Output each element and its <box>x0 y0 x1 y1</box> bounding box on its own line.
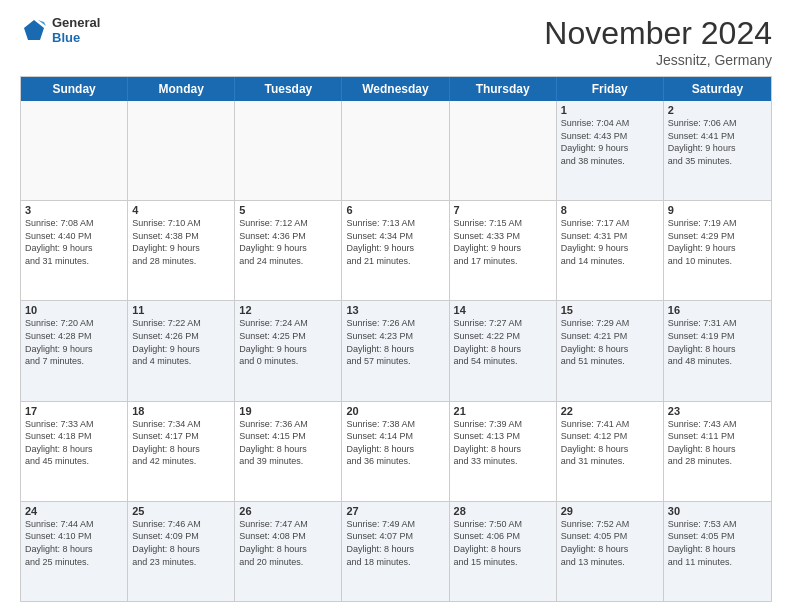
calendar-cell: 1Sunrise: 7:04 AM Sunset: 4:43 PM Daylig… <box>557 101 664 200</box>
calendar-cell: 21Sunrise: 7:39 AM Sunset: 4:13 PM Dayli… <box>450 402 557 501</box>
day-number: 3 <box>25 204 123 216</box>
calendar-cell: 27Sunrise: 7:49 AM Sunset: 4:07 PM Dayli… <box>342 502 449 601</box>
calendar-row-4: 24Sunrise: 7:44 AM Sunset: 4:10 PM Dayli… <box>21 502 771 601</box>
day-number: 8 <box>561 204 659 216</box>
logo-text: General Blue <box>52 15 100 45</box>
calendar-cell: 9Sunrise: 7:19 AM Sunset: 4:29 PM Daylig… <box>664 201 771 300</box>
calendar-cell <box>21 101 128 200</box>
day-info: Sunrise: 7:43 AM Sunset: 4:11 PM Dayligh… <box>668 418 767 468</box>
day-number: 25 <box>132 505 230 517</box>
calendar-cell <box>342 101 449 200</box>
calendar-cell: 5Sunrise: 7:12 AM Sunset: 4:36 PM Daylig… <box>235 201 342 300</box>
calendar-cell: 2Sunrise: 7:06 AM Sunset: 4:41 PM Daylig… <box>664 101 771 200</box>
calendar-cell: 22Sunrise: 7:41 AM Sunset: 4:12 PM Dayli… <box>557 402 664 501</box>
day-number: 18 <box>132 405 230 417</box>
weekday-header-wednesday: Wednesday <box>342 77 449 101</box>
day-number: 22 <box>561 405 659 417</box>
calendar-cell: 6Sunrise: 7:13 AM Sunset: 4:34 PM Daylig… <box>342 201 449 300</box>
day-info: Sunrise: 7:34 AM Sunset: 4:17 PM Dayligh… <box>132 418 230 468</box>
day-info: Sunrise: 7:10 AM Sunset: 4:38 PM Dayligh… <box>132 217 230 267</box>
calendar-cell: 8Sunrise: 7:17 AM Sunset: 4:31 PM Daylig… <box>557 201 664 300</box>
day-info: Sunrise: 7:24 AM Sunset: 4:25 PM Dayligh… <box>239 317 337 367</box>
calendar-cell: 30Sunrise: 7:53 AM Sunset: 4:05 PM Dayli… <box>664 502 771 601</box>
day-number: 2 <box>668 104 767 116</box>
month-title: November 2024 <box>544 15 772 52</box>
calendar-cell: 12Sunrise: 7:24 AM Sunset: 4:25 PM Dayli… <box>235 301 342 400</box>
calendar-cell: 25Sunrise: 7:46 AM Sunset: 4:09 PM Dayli… <box>128 502 235 601</box>
day-info: Sunrise: 7:50 AM Sunset: 4:06 PM Dayligh… <box>454 518 552 568</box>
day-number: 29 <box>561 505 659 517</box>
day-info: Sunrise: 7:39 AM Sunset: 4:13 PM Dayligh… <box>454 418 552 468</box>
day-info: Sunrise: 7:27 AM Sunset: 4:22 PM Dayligh… <box>454 317 552 367</box>
day-number: 4 <box>132 204 230 216</box>
calendar-cell <box>235 101 342 200</box>
day-info: Sunrise: 7:44 AM Sunset: 4:10 PM Dayligh… <box>25 518 123 568</box>
day-number: 13 <box>346 304 444 316</box>
day-number: 7 <box>454 204 552 216</box>
day-number: 17 <box>25 405 123 417</box>
day-info: Sunrise: 7:17 AM Sunset: 4:31 PM Dayligh… <box>561 217 659 267</box>
calendar: SundayMondayTuesdayWednesdayThursdayFrid… <box>20 76 772 602</box>
calendar-cell: 17Sunrise: 7:33 AM Sunset: 4:18 PM Dayli… <box>21 402 128 501</box>
header: General Blue November 2024 Jessnitz, Ger… <box>20 15 772 68</box>
day-number: 19 <box>239 405 337 417</box>
calendar-cell: 16Sunrise: 7:31 AM Sunset: 4:19 PM Dayli… <box>664 301 771 400</box>
calendar-body: 1Sunrise: 7:04 AM Sunset: 4:43 PM Daylig… <box>21 101 771 601</box>
calendar-cell: 11Sunrise: 7:22 AM Sunset: 4:26 PM Dayli… <box>128 301 235 400</box>
day-number: 24 <box>25 505 123 517</box>
day-info: Sunrise: 7:38 AM Sunset: 4:14 PM Dayligh… <box>346 418 444 468</box>
day-info: Sunrise: 7:53 AM Sunset: 4:05 PM Dayligh… <box>668 518 767 568</box>
day-info: Sunrise: 7:08 AM Sunset: 4:40 PM Dayligh… <box>25 217 123 267</box>
weekday-header-saturday: Saturday <box>664 77 771 101</box>
day-number: 16 <box>668 304 767 316</box>
day-number: 27 <box>346 505 444 517</box>
day-number: 6 <box>346 204 444 216</box>
day-number: 20 <box>346 405 444 417</box>
day-number: 28 <box>454 505 552 517</box>
day-info: Sunrise: 7:04 AM Sunset: 4:43 PM Dayligh… <box>561 117 659 167</box>
calendar-cell: 26Sunrise: 7:47 AM Sunset: 4:08 PM Dayli… <box>235 502 342 601</box>
calendar-row-3: 17Sunrise: 7:33 AM Sunset: 4:18 PM Dayli… <box>21 402 771 502</box>
calendar-cell: 18Sunrise: 7:34 AM Sunset: 4:17 PM Dayli… <box>128 402 235 501</box>
day-number: 9 <box>668 204 767 216</box>
day-info: Sunrise: 7:12 AM Sunset: 4:36 PM Dayligh… <box>239 217 337 267</box>
weekday-header-tuesday: Tuesday <box>235 77 342 101</box>
calendar-cell: 7Sunrise: 7:15 AM Sunset: 4:33 PM Daylig… <box>450 201 557 300</box>
calendar-row-0: 1Sunrise: 7:04 AM Sunset: 4:43 PM Daylig… <box>21 101 771 201</box>
calendar-cell: 3Sunrise: 7:08 AM Sunset: 4:40 PM Daylig… <box>21 201 128 300</box>
day-info: Sunrise: 7:22 AM Sunset: 4:26 PM Dayligh… <box>132 317 230 367</box>
day-info: Sunrise: 7:15 AM Sunset: 4:33 PM Dayligh… <box>454 217 552 267</box>
weekday-header-thursday: Thursday <box>450 77 557 101</box>
calendar-header: SundayMondayTuesdayWednesdayThursdayFrid… <box>21 77 771 101</box>
day-info: Sunrise: 7:26 AM Sunset: 4:23 PM Dayligh… <box>346 317 444 367</box>
calendar-cell: 13Sunrise: 7:26 AM Sunset: 4:23 PM Dayli… <box>342 301 449 400</box>
calendar-cell <box>128 101 235 200</box>
day-number: 14 <box>454 304 552 316</box>
page: General Blue November 2024 Jessnitz, Ger… <box>0 0 792 612</box>
calendar-row-1: 3Sunrise: 7:08 AM Sunset: 4:40 PM Daylig… <box>21 201 771 301</box>
calendar-cell: 14Sunrise: 7:27 AM Sunset: 4:22 PM Dayli… <box>450 301 557 400</box>
day-info: Sunrise: 7:13 AM Sunset: 4:34 PM Dayligh… <box>346 217 444 267</box>
day-number: 21 <box>454 405 552 417</box>
logo-blue: Blue <box>52 30 100 45</box>
location: Jessnitz, Germany <box>544 52 772 68</box>
day-info: Sunrise: 7:47 AM Sunset: 4:08 PM Dayligh… <box>239 518 337 568</box>
day-number: 12 <box>239 304 337 316</box>
day-number: 26 <box>239 505 337 517</box>
title-block: November 2024 Jessnitz, Germany <box>544 15 772 68</box>
calendar-cell: 20Sunrise: 7:38 AM Sunset: 4:14 PM Dayli… <box>342 402 449 501</box>
day-number: 30 <box>668 505 767 517</box>
day-number: 1 <box>561 104 659 116</box>
day-info: Sunrise: 7:49 AM Sunset: 4:07 PM Dayligh… <box>346 518 444 568</box>
calendar-cell: 10Sunrise: 7:20 AM Sunset: 4:28 PM Dayli… <box>21 301 128 400</box>
day-info: Sunrise: 7:29 AM Sunset: 4:21 PM Dayligh… <box>561 317 659 367</box>
svg-marker-0 <box>24 20 44 40</box>
calendar-cell: 4Sunrise: 7:10 AM Sunset: 4:38 PM Daylig… <box>128 201 235 300</box>
weekday-header-monday: Monday <box>128 77 235 101</box>
calendar-cell: 24Sunrise: 7:44 AM Sunset: 4:10 PM Dayli… <box>21 502 128 601</box>
weekday-header-sunday: Sunday <box>21 77 128 101</box>
day-number: 5 <box>239 204 337 216</box>
logo: General Blue <box>20 15 100 45</box>
calendar-cell: 19Sunrise: 7:36 AM Sunset: 4:15 PM Dayli… <box>235 402 342 501</box>
calendar-row-2: 10Sunrise: 7:20 AM Sunset: 4:28 PM Dayli… <box>21 301 771 401</box>
